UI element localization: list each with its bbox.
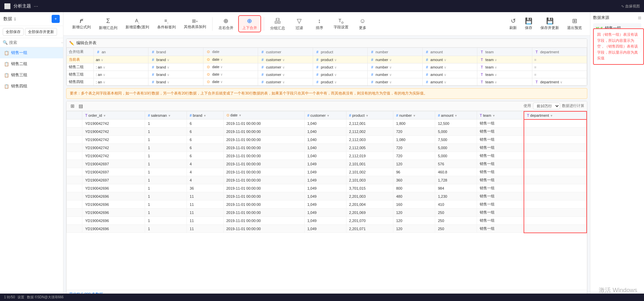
merge-cell-amount-sales3[interactable]: # amount ∨ <box>422 71 477 78</box>
merge-cell-amount-sales2[interactable]: # amount ∨ <box>422 63 477 71</box>
search-bar: 🔍 ··· <box>0 38 63 47</box>
field-settings-label: 字段设置 <box>334 25 348 30</box>
save-button[interactable]: 💾 保存 <box>522 16 535 32</box>
merge-cell-an-sales2[interactable]: : an ∨ <box>94 63 148 71</box>
merge-cell-date-current[interactable]: ⊙ date ∨ <box>203 56 258 63</box>
merge-cell-brand-sales2[interactable]: # brand ∨ <box>148 63 203 71</box>
add-stack-col-button[interactable]: A↓ 新增层叠(置列 <box>122 17 152 31</box>
refresh-button[interactable]: ↺ 刷新 <box>507 16 520 32</box>
left-right-merge-button[interactable]: ⊕ 左右合并 <box>215 16 237 32</box>
type-icon-customer: # <box>307 113 309 117</box>
merge-cell-an-current[interactable]: an ∨ <box>94 56 148 63</box>
annotation-box: 因（销售一组）表没有该字段，所以内容显示为空，（销售四组）表有该字段，所以显示内… <box>593 28 644 65</box>
bloodline-view[interactable]: ∿ 血缘视图 <box>621 4 640 9</box>
card-view-button[interactable]: ▤ <box>77 103 84 109</box>
merge-cell-team-sales2[interactable]: T team ∨ <box>477 63 532 71</box>
sort-icon-date[interactable]: ▼ <box>239 114 242 117</box>
merge-cell-product-sales3[interactable]: # product ∨ <box>313 71 367 78</box>
merge-editor-title: 编辑合并表 <box>76 40 96 46</box>
add-sum-col-button[interactable]: Σ 新增汇总列 <box>95 16 121 32</box>
merge-cell-date-sales2[interactable]: ⊙ date ∨ <box>203 63 258 71</box>
col-header-product: # product <box>313 48 367 56</box>
sort-icon-orderid[interactable]: ▼ <box>103 114 106 117</box>
col-header-number[interactable]: # number ▼ <box>393 111 435 119</box>
sidebar-item-sales1[interactable]: 📋 销售一组 <box>0 47 63 58</box>
merge-cell-an-sales4[interactable]: : an ∨ <box>94 78 148 86</box>
col-header-orderid[interactable]: T order_id ▼ <box>82 111 145 119</box>
col-header-department[interactable]: T department ▼ <box>524 111 587 119</box>
save-and-update-button[interactable]: 全部保存并更新 <box>25 28 57 36</box>
merge-cell-brand-sales3[interactable]: # brand ∨ <box>148 71 203 78</box>
merge-cell-brand-sales4[interactable]: # brand ∨ <box>148 78 203 86</box>
merge-cell-number-sales2[interactable]: # number ∨ <box>368 63 422 71</box>
merge-cell-team-current[interactable]: T team ∨ <box>477 56 532 63</box>
merge-cell-customer-sales4[interactable]: # customer ∨ <box>258 78 313 86</box>
data-info-icon[interactable]: ℹ <box>14 17 16 22</box>
add-dataset-button[interactable]: + <box>52 15 60 23</box>
col-header-salesman[interactable]: # salesman ▼ <box>145 111 187 119</box>
table-cell: 720 <box>393 144 435 152</box>
more-button[interactable]: ☺ 更多 <box>353 16 372 32</box>
merge-cell-brand-current[interactable]: # brand ∨ <box>148 56 203 63</box>
field-settings-button[interactable]: To 字段设置 <box>330 17 352 31</box>
sort-icon-salesman[interactable]: ▼ <box>168 114 171 117</box>
rows-limit-select[interactable]: 前10万行 <box>533 103 560 109</box>
merge-cell-an-sales3[interactable]: : an ∨ <box>94 71 148 78</box>
sort-button[interactable]: ↕ 排序 <box>310 16 329 32</box>
save-all-button[interactable]: 全部保存 <box>3 28 24 36</box>
merge-cell-date-sales3[interactable]: ⊙ date ∨ <box>203 71 258 78</box>
filter-button[interactable]: ▽ 过滤 <box>290 16 309 32</box>
data-table-wrap[interactable]: T order_id ▼ # salesman ▼ # brand ▼ <box>66 111 587 290</box>
col-header-product[interactable]: # product ▼ <box>346 111 393 119</box>
table-cell: 2019-11-01 00:00:00 <box>223 200 304 209</box>
merge-cell-team-sales4[interactable]: T team ∨ <box>477 78 532 86</box>
right-panel-header: 数据来源 ⊞ <box>593 15 641 21</box>
sort-icon-department[interactable]: ▼ <box>550 114 553 117</box>
sort-icon-amount[interactable]: ▼ <box>454 114 457 117</box>
sort-icon-product[interactable]: ▼ <box>366 114 369 117</box>
col-header-date[interactable]: ⊙ date ▼ <box>223 111 304 119</box>
col-header-brand[interactable]: # brand ▼ <box>187 111 223 119</box>
merge-cell-customer-sales3[interactable]: # customer ∨ <box>258 71 313 78</box>
title-dots[interactable]: ⋯ <box>34 4 38 9</box>
right-panel-grid-icon[interactable]: ⊞ <box>638 16 641 20</box>
merge-cell-product-sales2[interactable]: # product ∨ <box>313 63 367 71</box>
top-bottom-merge-button[interactable]: ⊕ 上下合并 <box>238 15 261 32</box>
sidebar-item-sales4[interactable]: 📋 销售四组 <box>0 81 63 92</box>
group-summary-button[interactable]: 品 分组汇总 <box>267 16 288 32</box>
add-other-table-col-button[interactable]: ⊞+ 其他表添加列 <box>180 17 209 31</box>
col-header-brand: # brand <box>148 48 203 56</box>
merge-cell-number-sales4[interactable]: # number ∨ <box>368 78 422 86</box>
col-header-customer[interactable]: # customer ▼ <box>304 111 346 119</box>
sort-icon-team[interactable]: ▼ <box>492 114 495 117</box>
merge-cell-number-sales3[interactable]: # number ∨ <box>368 71 422 78</box>
col-header-amount[interactable]: # amount ▼ <box>435 111 477 119</box>
add-formula-col-button[interactable]: fx 新增公式列 <box>69 17 94 31</box>
grid-view-button[interactable]: ⊞ <box>69 103 76 109</box>
merge-cell-product-current[interactable]: # product ∨ <box>313 56 367 63</box>
table-cell: YD190042697 <box>82 160 145 168</box>
table-cell: 销售一组 <box>477 152 524 160</box>
merge-cell-number-current[interactable]: # number ∨ <box>368 56 422 63</box>
merge-cell-date-sales4[interactable]: ⊙ date ∨ <box>203 78 258 86</box>
search-input[interactable] <box>9 40 60 45</box>
more-label: 更多 <box>359 25 366 30</box>
sort-icon-number[interactable]: ▼ <box>413 114 416 117</box>
merge-cell-customer-current[interactable]: # customer ∨ <box>258 56 313 63</box>
merge-cell-customer-sales2[interactable]: # customer ∨ <box>258 63 313 71</box>
table-cell: 1,040 <box>304 136 346 144</box>
merge-cell-amount-current[interactable]: # amount ∨ <box>422 56 477 63</box>
save-update-button[interactable]: 💾 保存并更新 <box>538 16 562 32</box>
merge-cell-product-sales4[interactable]: # product ∨ <box>313 78 367 86</box>
sort-icon-brand[interactable]: ▼ <box>203 114 206 117</box>
sidebar-item-sales2[interactable]: 📋 销售二组 <box>0 58 63 70</box>
table-cell: 6 <box>187 128 223 136</box>
merge-cell-amount-sales4[interactable]: # amount ∨ <box>422 78 477 86</box>
exit-preview-button[interactable]: ⊞ 退出预览 <box>564 16 585 32</box>
sidebar-item-sales3[interactable]: 📋 销售三组 <box>0 70 63 81</box>
condition-tag-button[interactable]: ≡↓ 条件标签列 <box>154 17 179 31</box>
merge-cell-team-sales3[interactable]: T team ∨ <box>477 71 532 78</box>
sort-icon-customer[interactable]: ▼ <box>327 114 330 117</box>
merge-cell-dept-sales4[interactable]: T department ∨ <box>532 78 587 86</box>
col-header-team[interactable]: T team ▼ <box>477 111 524 119</box>
